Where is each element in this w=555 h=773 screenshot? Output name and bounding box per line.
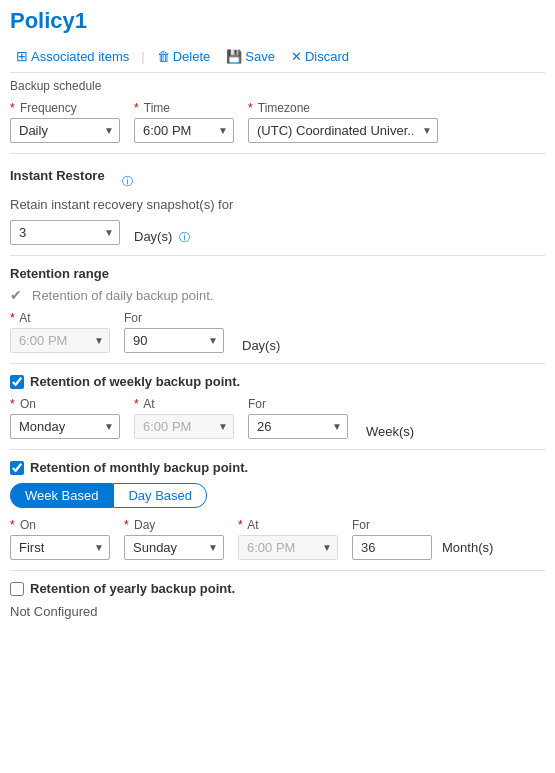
toolbar: ⊞ Associated items | 🗑 Delete 💾 Save ✕ D…	[10, 40, 545, 73]
weekly-on-required-star: *	[10, 397, 15, 411]
week-based-button[interactable]: Week Based	[10, 483, 113, 508]
weekly-at-label: * At	[134, 397, 234, 411]
retention-range-heading: Retention range	[10, 266, 545, 281]
instant-restore-info-icon[interactable]: ⓘ	[122, 174, 133, 189]
frequency-select-wrap: Daily Weekly Monthly ▼	[10, 118, 120, 143]
daily-for-select[interactable]: 90 30 60 180 365	[124, 328, 224, 353]
frequency-select[interactable]: Daily Weekly Monthly	[10, 118, 120, 143]
weekly-at-select-wrap: 6:00 PM ▼	[134, 414, 234, 439]
monthly-on-label: * On	[10, 518, 110, 532]
yearly-retention-label[interactable]: Retention of yearly backup point.	[30, 581, 235, 596]
yearly-checkbox-row: Retention of yearly backup point.	[10, 581, 545, 596]
time-group: * Time 6:00 PM 6:00 AM 12:00 PM ▼	[134, 101, 234, 143]
weekly-at-group: * At 6:00 PM ▼	[134, 397, 234, 439]
daily-unit-label: Day(s)	[242, 338, 280, 353]
frequency-required-star: *	[10, 101, 15, 115]
days-info-icon[interactable]: ⓘ	[179, 231, 190, 243]
frequency-label: * Frequency	[10, 101, 120, 115]
divider-1	[10, 153, 545, 154]
page-container: Policy1 ⊞ Associated items | 🗑 Delete 💾 …	[0, 0, 555, 627]
sep1: |	[141, 49, 144, 64]
instant-restore-heading-row: Instant Restore ⓘ	[10, 164, 545, 189]
monthly-unit-label: Month(s)	[442, 540, 493, 555]
weekly-on-group: * On Monday Tuesday Wednesday Thursday F…	[10, 397, 120, 439]
divider-3	[10, 363, 545, 364]
weekly-checkbox[interactable]	[10, 375, 24, 389]
monthly-day-required-star: *	[124, 518, 129, 532]
discard-icon: ✕	[291, 49, 302, 64]
monthly-at-select[interactable]: 6:00 PM	[238, 535, 338, 560]
daily-at-group: * At 6:00 PM ▼	[10, 311, 110, 353]
weekly-unit-label: Week(s)	[366, 424, 414, 439]
monthly-for-input[interactable]	[352, 535, 432, 560]
daily-fields-row: * At 6:00 PM ▼ For 90 30 60 180 365	[10, 311, 545, 353]
monthly-on-select[interactable]: First Second Third Fourth Last	[10, 535, 110, 560]
weekly-retention-label[interactable]: Retention of weekly backup point.	[30, 374, 240, 389]
associated-items-button[interactable]: ⊞ Associated items	[10, 46, 135, 66]
monthly-at-select-wrap: 6:00 PM ▼	[238, 535, 338, 560]
save-button[interactable]: 💾 Save	[220, 47, 281, 66]
days-select-wrap: 3 1 2 4 5 ▼	[10, 220, 120, 245]
delete-button[interactable]: 🗑 Delete	[151, 47, 217, 66]
timezone-group: * Timezone (UTC) Coordinated Univer... ▼	[248, 101, 438, 143]
time-required-star: *	[134, 101, 139, 115]
monthly-day-select[interactable]: Sunday Monday Tuesday Wednesday Thursday…	[124, 535, 224, 560]
schedule-fields-row: * Frequency Daily Weekly Monthly ▼ * Tim…	[10, 101, 545, 143]
instant-restore-fields-row: 3 1 2 4 5 ▼ Day(s) ⓘ	[10, 220, 545, 245]
monthly-toggle-group: Week Based Day Based	[10, 483, 545, 508]
divider-5	[10, 570, 545, 571]
monthly-at-label: * At	[238, 518, 338, 532]
daily-at-required-star: *	[10, 311, 15, 325]
monthly-for-group: For Month(s)	[352, 518, 493, 560]
monthly-checkbox-row: Retention of monthly backup point.	[10, 460, 545, 475]
day-based-button[interactable]: Day Based	[113, 483, 207, 508]
save-icon: 💾	[226, 49, 242, 64]
monthly-at-group: * At 6:00 PM ▼	[238, 518, 338, 560]
timezone-label: * Timezone	[248, 101, 438, 115]
daily-for-group: For 90 30 60 180 365 ▼	[124, 311, 224, 353]
days-unit-label: Day(s) ⓘ	[134, 229, 190, 245]
daily-retention-row: ✔ Retention of daily backup point.	[10, 287, 545, 303]
retain-label: Retain instant recovery snapshot(s) for	[10, 197, 545, 212]
divider-2	[10, 255, 545, 256]
discard-button[interactable]: ✕ Discard	[285, 47, 355, 66]
grid-icon: ⊞	[16, 48, 28, 64]
daily-for-select-wrap: 90 30 60 180 365 ▼	[124, 328, 224, 353]
monthly-retention-label[interactable]: Retention of monthly backup point.	[30, 460, 248, 475]
yearly-checkbox[interactable]	[10, 582, 24, 596]
timezone-required-star: *	[248, 101, 253, 115]
daily-retention-label: Retention of daily backup point.	[32, 288, 213, 303]
weekly-at-select[interactable]: 6:00 PM	[134, 414, 234, 439]
monthly-day-select-wrap: Sunday Monday Tuesday Wednesday Thursday…	[124, 535, 224, 560]
daily-for-label: For	[124, 311, 224, 325]
weekly-on-select[interactable]: Monday Tuesday Wednesday Thursday Friday…	[10, 414, 120, 439]
backup-schedule-label: Backup schedule	[10, 79, 545, 93]
time-label: * Time	[134, 101, 234, 115]
frequency-group: * Frequency Daily Weekly Monthly ▼	[10, 101, 120, 143]
monthly-on-select-wrap: First Second Third Fourth Last ▼	[10, 535, 110, 560]
delete-icon: 🗑	[157, 49, 170, 64]
days-select[interactable]: 3 1 2 4 5	[10, 220, 120, 245]
instant-restore-heading: Instant Restore	[10, 168, 105, 183]
monthly-on-group: * On First Second Third Fourth Last ▼	[10, 518, 110, 560]
time-select-wrap: 6:00 PM 6:00 AM 12:00 PM ▼	[134, 118, 234, 143]
monthly-day-label: * Day	[124, 518, 224, 532]
weekly-for-select[interactable]: 26 4 8 12 52	[248, 414, 348, 439]
weekly-fields-row: * On Monday Tuesday Wednesday Thursday F…	[10, 397, 545, 439]
weekly-for-select-wrap: 26 4 8 12 52 ▼	[248, 414, 348, 439]
timezone-select[interactable]: (UTC) Coordinated Univer...	[248, 118, 438, 143]
monthly-fields-row: * On First Second Third Fourth Last ▼ * …	[10, 518, 545, 560]
yearly-not-configured: Not Configured	[10, 604, 545, 619]
monthly-at-required-star: *	[238, 518, 243, 532]
page-title: Policy1	[10, 8, 545, 34]
daily-check-icon: ✔	[10, 287, 22, 303]
daily-at-select[interactable]: 6:00 PM	[10, 328, 110, 353]
weekly-checkbox-row: Retention of weekly backup point.	[10, 374, 545, 389]
weekly-for-group: For 26 4 8 12 52 ▼	[248, 397, 348, 439]
time-select[interactable]: 6:00 PM 6:00 AM 12:00 PM	[134, 118, 234, 143]
weekly-at-required-star: *	[134, 397, 139, 411]
monthly-for-label: For	[352, 518, 493, 532]
monthly-checkbox[interactable]	[10, 461, 24, 475]
monthly-day-group: * Day Sunday Monday Tuesday Wednesday Th…	[124, 518, 224, 560]
weekly-for-label: For	[248, 397, 348, 411]
